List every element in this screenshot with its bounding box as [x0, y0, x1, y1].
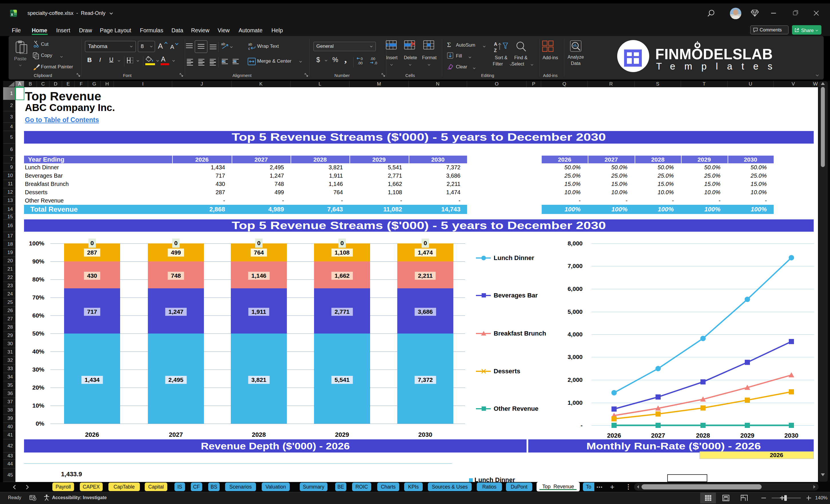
svg-text:.0: .0: [374, 61, 377, 65]
svg-text:Z: Z: [494, 48, 497, 53]
svg-text:ab: ab: [221, 42, 225, 46]
svg-text:0: 0: [361, 57, 363, 61]
svg-text:ab: ab: [248, 42, 252, 46]
svg-text:.00: .00: [357, 61, 363, 65]
svg-text:.00: .00: [370, 57, 375, 61]
svg-text:A: A: [494, 42, 498, 46]
svg-text:c: c: [248, 46, 250, 50]
